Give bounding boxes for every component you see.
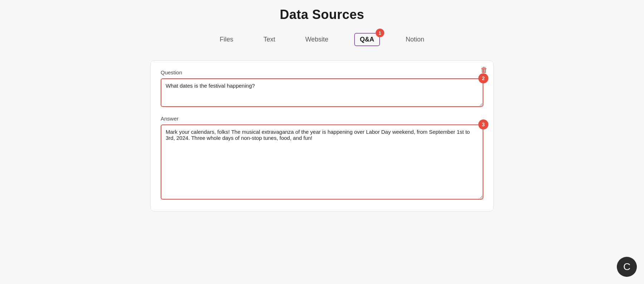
question-label: Question bbox=[161, 69, 483, 75]
tabs-nav: Files Text Website Q&A 1 Notion bbox=[215, 33, 429, 46]
page-title: Data Sources bbox=[280, 7, 364, 22]
tab-files[interactable]: Files bbox=[215, 34, 238, 45]
qanda-badge: 1 bbox=[376, 29, 384, 37]
answer-section: Answer 3 bbox=[161, 116, 483, 201]
question-section: Question 2 bbox=[161, 69, 483, 108]
answer-input[interactable] bbox=[161, 124, 483, 200]
chat-widget-button[interactable]: C bbox=[617, 257, 637, 277]
tab-notion[interactable]: Notion bbox=[401, 34, 429, 45]
tab-website[interactable]: Website bbox=[301, 34, 333, 45]
qa-card: 🗑 Question 2 Answer 3 bbox=[150, 60, 494, 211]
tab-qanda[interactable]: Q&A 1 bbox=[354, 33, 380, 46]
question-input[interactable] bbox=[161, 78, 483, 107]
answer-label: Answer bbox=[161, 116, 483, 122]
tab-text[interactable]: Text bbox=[259, 34, 279, 45]
annotation-badge-2: 2 bbox=[478, 73, 488, 83]
annotation-badge-3: 3 bbox=[478, 119, 488, 129]
chat-widget-icon: C bbox=[623, 261, 630, 273]
